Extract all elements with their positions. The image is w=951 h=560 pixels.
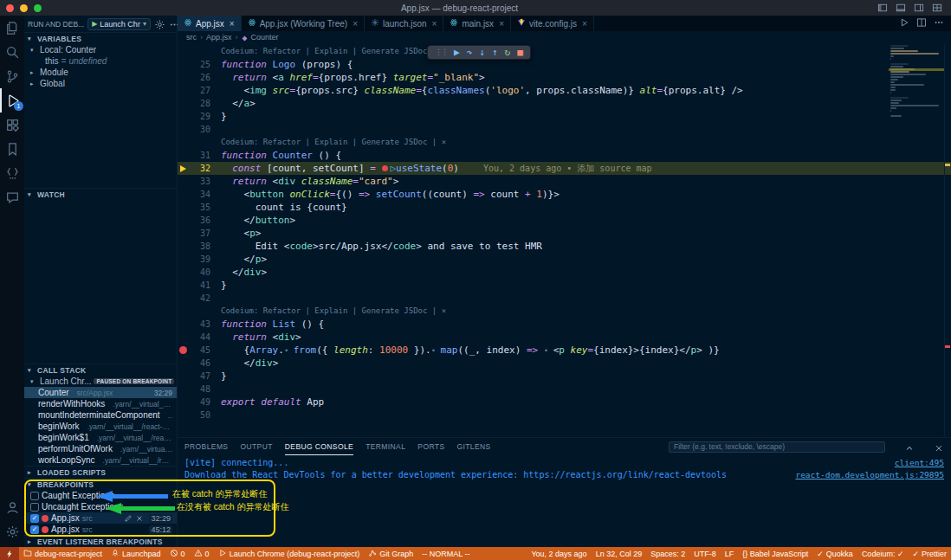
status-errors[interactable]: 0 bbox=[165, 547, 190, 560]
gutter-glyph-margin[interactable] bbox=[178, 110, 190, 123]
panel-tab-ports[interactable]: PORTS bbox=[417, 438, 444, 455]
gutter-glyph-margin[interactable] bbox=[178, 227, 190, 240]
gutter-glyph-margin[interactable] bbox=[178, 396, 190, 409]
more-actions-icon[interactable] bbox=[934, 17, 944, 29]
activity-item-comments[interactable] bbox=[0, 185, 24, 209]
toggle-secondary-sidebar-icon[interactable] bbox=[914, 3, 924, 13]
step-into-button[interactable]: ↓ bbox=[479, 48, 485, 57]
breakpoint-checkbox[interactable] bbox=[30, 492, 39, 500]
stack-frame[interactable]: performUnitOfWork.yarn/__virtual... bbox=[24, 443, 177, 454]
restart-button[interactable]: ↻ bbox=[505, 48, 511, 57]
editor-tab-app-jsx[interactable]: App.jsx× bbox=[178, 16, 242, 31]
gutter-glyph-margin[interactable] bbox=[178, 149, 190, 162]
zoom-window-button[interactable] bbox=[34, 4, 42, 12]
remove-breakpoint-icon[interactable] bbox=[135, 514, 144, 523]
breakpoint-row[interactable]: ✓App.jsxsrc32:29 bbox=[24, 512, 177, 524]
status-quokka[interactable]: ✓Quokka bbox=[812, 547, 857, 560]
split-editor-icon[interactable] bbox=[916, 17, 927, 29]
edit-breakpoint-icon[interactable] bbox=[124, 514, 133, 523]
gutter-glyph-margin[interactable] bbox=[178, 188, 190, 201]
stack-frame[interactable]: beginWork.yarn/__virtual__/react-d... bbox=[24, 421, 177, 432]
debug-settings-gear-icon[interactable] bbox=[154, 18, 165, 29]
breadcrumb-item[interactable]: src bbox=[186, 33, 197, 42]
status-vim-mode[interactable]: -- NORMAL -- bbox=[417, 547, 474, 560]
close-tab-icon[interactable]: × bbox=[432, 19, 437, 29]
gutter-glyph-margin[interactable] bbox=[178, 344, 190, 357]
status-gitlens-blame[interactable]: You, 2 days ago bbox=[527, 547, 591, 560]
breakpoints-header[interactable]: ▾ BREAKPOINTS bbox=[24, 479, 177, 490]
breakpoint-checkbox[interactable]: ✓ bbox=[30, 514, 39, 523]
minimap[interactable] bbox=[890, 45, 942, 120]
stack-frame[interactable]: mountIndeterminateComponent.yarn... bbox=[24, 409, 177, 421]
panel-tab-output[interactable]: OUTPUT bbox=[240, 438, 272, 455]
code-editor[interactable]: Codeium: Refactor | Explain | Generate J… bbox=[178, 43, 951, 437]
step-over-button[interactable]: ↷ bbox=[467, 48, 473, 57]
stop-button[interactable]: ■ bbox=[517, 48, 523, 57]
loaded-scripts-header[interactable]: ▸ LOADED SCRIPTS bbox=[24, 467, 177, 478]
status-launchpad[interactable]: Launchpad bbox=[107, 547, 165, 560]
stack-frame[interactable]: workLoopSync.yarn/__virtual__/reac... bbox=[24, 454, 177, 466]
gutter-glyph-margin[interactable] bbox=[178, 97, 190, 110]
breakpoint-glyph-icon[interactable] bbox=[179, 346, 187, 354]
breakpoint-checkbox[interactable]: ✓ bbox=[30, 525, 39, 534]
panel-tab-terminal[interactable]: TERMINAL bbox=[366, 438, 405, 455]
editor-tab-vite-config-js[interactable]: vite.config.js× bbox=[511, 16, 594, 31]
debug-toolbar-grip[interactable]: ⋮⋮ bbox=[435, 46, 447, 59]
continue-button[interactable]: ▶ bbox=[454, 48, 460, 57]
gutter-glyph-margin[interactable] bbox=[178, 305, 190, 318]
activity-item-settings[interactable] bbox=[0, 519, 24, 544]
gutter-glyph-margin[interactable] bbox=[178, 266, 190, 279]
gutter-glyph-margin[interactable] bbox=[178, 201, 190, 214]
status-prettier[interactable]: ✓Prettier bbox=[908, 547, 951, 560]
activity-item-bookmarks[interactable] bbox=[0, 137, 24, 161]
gutter-glyph-margin[interactable] bbox=[178, 357, 190, 370]
breakpoint-row[interactable]: ✓App.jsxsrc45:12 bbox=[24, 524, 177, 535]
gutter-glyph-margin[interactable] bbox=[178, 136, 190, 149]
activity-item-search[interactable] bbox=[0, 40, 24, 64]
variables-scope[interactable]: ▾Local: Counter bbox=[24, 44, 177, 55]
close-window-button[interactable] bbox=[6, 4, 14, 12]
gutter-glyph-margin[interactable] bbox=[178, 331, 190, 344]
variables-scope[interactable]: ▸Module bbox=[24, 67, 177, 78]
variable-row[interactable]: this = undefined bbox=[24, 55, 177, 67]
minimize-window-button[interactable] bbox=[20, 4, 28, 12]
status-encoding[interactable]: UTF-8 bbox=[689, 547, 721, 560]
gutter-glyph-margin[interactable] bbox=[178, 318, 190, 331]
gutter-glyph-margin[interactable] bbox=[178, 370, 190, 383]
call-stack-header[interactable]: ▾ CALL STACK bbox=[24, 364, 177, 376]
step-out-button[interactable]: ↑ bbox=[492, 48, 498, 57]
gutter-glyph-margin[interactable] bbox=[178, 175, 190, 188]
breadcrumb-item[interactable]: App.jsx bbox=[206, 33, 232, 42]
start-debugging-icon[interactable]: ▶ bbox=[92, 20, 97, 28]
gutter-glyph-margin[interactable] bbox=[178, 162, 190, 175]
close-tab-icon[interactable]: × bbox=[499, 19, 504, 29]
activity-item-source-control[interactable] bbox=[0, 64, 24, 88]
panel-tab-debug-console[interactable]: DEBUG CONSOLE bbox=[285, 438, 353, 455]
status-codeium[interactable]: Codeium: ✓ bbox=[857, 547, 909, 560]
console-filter-input[interactable] bbox=[669, 441, 885, 453]
status-warnings[interactable]: 0 bbox=[190, 547, 214, 560]
gutter-glyph-margin[interactable] bbox=[178, 84, 190, 97]
gutter-glyph-margin[interactable] bbox=[178, 71, 190, 84]
event-listener-breakpoints-header[interactable]: ▸ EVENT LISTENER BREAKPOINTS bbox=[24, 536, 177, 547]
status-eol[interactable]: LF bbox=[721, 547, 739, 560]
gutter-glyph-margin[interactable] bbox=[178, 383, 190, 396]
gutter-glyph-margin[interactable] bbox=[178, 292, 190, 305]
breakpoint-checkbox[interactable] bbox=[30, 503, 39, 512]
stack-frame[interactable]: beginWork$1.yarn/__virtual__/react... bbox=[24, 432, 177, 443]
run-file-icon[interactable] bbox=[899, 17, 909, 29]
maximize-panel-icon[interactable] bbox=[904, 441, 915, 452]
gutter-glyph-margin[interactable] bbox=[178, 279, 190, 292]
breakpoint-row[interactable]: Uncaught Exceptions bbox=[24, 501, 177, 512]
status-project[interactable]: debug-react-project bbox=[19, 547, 107, 560]
stack-frame[interactable]: renderWithHooks.yarn/__virtual__/r... bbox=[24, 398, 177, 409]
toggle-panel-icon[interactable] bbox=[896, 3, 906, 13]
status-debug-launch[interactable]: Launch Chrome (debug-react-project) bbox=[214, 547, 365, 560]
close-panel-icon[interactable] bbox=[934, 441, 944, 452]
console-source-link[interactable]: client:495 bbox=[877, 457, 944, 469]
close-tab-icon[interactable]: × bbox=[230, 19, 235, 29]
panel-tab-problems[interactable]: PROBLEMS bbox=[184, 438, 228, 455]
editor-tab-app-jsx-working-tree-[interactable]: App.jsx (Working Tree)× bbox=[242, 16, 365, 31]
close-tab-icon[interactable]: × bbox=[353, 19, 358, 29]
activity-item-run-and-debug[interactable]: 1 bbox=[0, 88, 24, 113]
